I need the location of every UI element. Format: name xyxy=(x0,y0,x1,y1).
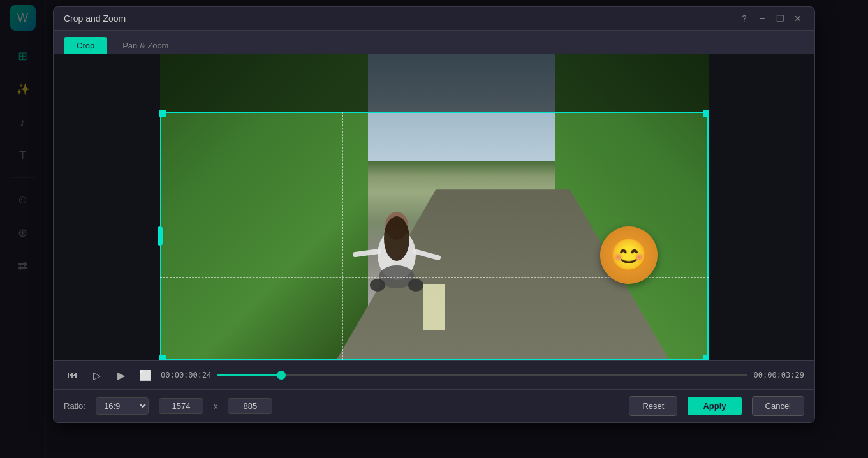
restore-button[interactable]: ❐ xyxy=(774,12,786,25)
close-button[interactable]: ✕ xyxy=(791,12,804,25)
trees-left-layer xyxy=(160,54,369,360)
tab-crop[interactable]: Crop xyxy=(64,37,107,54)
tab-pan-zoom[interactable]: Pan & Zoom xyxy=(110,37,181,54)
smiley-overlay: 😊 xyxy=(600,226,658,284)
dialog-title: Crop and Zoom xyxy=(64,13,126,24)
video-preview-area: 😊 xyxy=(54,54,814,360)
width-input[interactable] xyxy=(159,398,203,414)
dialog-overlay: Crop and Zoom ? − ❐ ✕ Crop Pan & Zoom xyxy=(0,0,868,458)
video-frame: 😊 xyxy=(160,54,709,360)
play-button[interactable]: ▶ xyxy=(112,366,130,384)
step-forward-button[interactable]: ▷ xyxy=(88,366,106,384)
playback-bar: ⏮ ▷ ▶ ⬜ 00:00:00:24 00:00:03:29 xyxy=(54,360,814,389)
tabs-bar: Crop Pan & Zoom xyxy=(54,31,814,54)
height-input[interactable] xyxy=(228,398,272,414)
apply-button[interactable]: Apply xyxy=(688,397,741,415)
dialog-content: Crop Pan & Zoom xyxy=(54,31,814,422)
svg-line-3 xyxy=(355,251,379,255)
bottom-controls-bar: Ratio: 16:9 4:3 1:1 9:16 Custom x Reset … xyxy=(54,389,814,422)
help-button[interactable]: ? xyxy=(738,12,751,25)
svg-line-4 xyxy=(415,251,438,258)
progress-fill xyxy=(217,374,281,376)
reset-button[interactable]: Reset xyxy=(629,396,677,416)
dialog-controls: ? − ❐ ✕ xyxy=(738,12,804,25)
svg-point-2 xyxy=(384,216,409,261)
total-time-display: 00:00:03:29 xyxy=(754,371,804,380)
progress-bar[interactable] xyxy=(217,374,747,376)
step-back-button[interactable]: ⏮ xyxy=(64,366,82,384)
cancel-button[interactable]: Cancel xyxy=(752,396,804,416)
svg-point-6 xyxy=(370,279,385,292)
fullscreen-button[interactable]: ⬜ xyxy=(136,366,154,384)
dimension-separator: x xyxy=(214,401,218,411)
video-background: 😊 xyxy=(160,54,709,360)
progress-thumb[interactable] xyxy=(277,371,286,380)
minimize-button[interactable]: − xyxy=(756,12,769,25)
ratio-label: Ratio: xyxy=(64,401,85,411)
ratio-select[interactable]: 16:9 4:3 1:1 9:16 Custom xyxy=(96,397,149,415)
current-time-display: 00:00:00:24 xyxy=(161,371,211,380)
crop-zoom-dialog: Crop and Zoom ? − ❐ ✕ Crop Pan & Zoom xyxy=(53,6,815,423)
dialog-titlebar: Crop and Zoom ? − ❐ ✕ xyxy=(54,7,814,31)
svg-point-7 xyxy=(408,279,423,292)
person-scooter xyxy=(352,178,441,293)
